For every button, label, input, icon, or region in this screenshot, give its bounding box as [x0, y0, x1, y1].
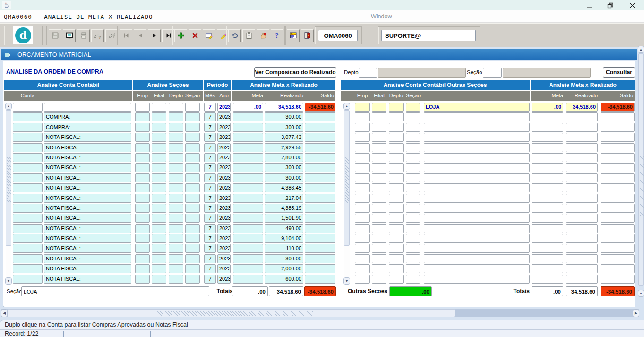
depto-field[interactable]: [359, 68, 377, 78]
cell-ano[interactable]: 2023: [217, 183, 231, 192]
cell-saldo[interactable]: [305, 123, 335, 132]
scroll-down-icon[interactable]: ▼: [638, 290, 644, 297]
cell-ano[interactable]: 2023: [217, 275, 231, 284]
cell-saldo[interactable]: [601, 204, 635, 213]
cell-filial[interactable]: [372, 103, 386, 112]
cell-realizado[interactable]: [566, 214, 598, 223]
cell-emp[interactable]: [135, 183, 150, 192]
cell-realizado[interactable]: [566, 133, 598, 142]
cell-saldo[interactable]: [305, 143, 335, 152]
cell-depto[interactable]: [389, 275, 404, 284]
cell-filial[interactable]: [152, 234, 166, 243]
cell-desc[interactable]: NOTA FISCAL:: [44, 254, 131, 263]
right-table-scrollbar[interactable]: ▲ ▼: [343, 103, 350, 285]
cell-emp[interactable]: [135, 224, 150, 233]
cell-desc[interactable]: NOTA FISCAL:: [44, 204, 131, 213]
cell-depto[interactable]: [169, 112, 183, 121]
cell-realizado[interactable]: [566, 163, 598, 172]
cell-secao[interactable]: [185, 183, 200, 192]
cell-ano[interactable]: 2023: [217, 173, 231, 182]
delete-record-button[interactable]: [189, 29, 201, 42]
user-field[interactable]: SUPORTE@: [381, 30, 476, 41]
scroll-left-icon[interactable]: ◀: [1, 309, 8, 317]
cell-secao[interactable]: [185, 224, 200, 233]
cell-conta[interactable]: [13, 123, 43, 132]
cell-filial[interactable]: [372, 254, 386, 263]
cell-realizado[interactable]: [566, 244, 598, 253]
cell-conta[interactable]: [13, 183, 43, 192]
cell-desc[interactable]: [424, 234, 530, 243]
cell-meta[interactable]: [233, 234, 263, 243]
cell-secao[interactable]: [185, 254, 200, 263]
cell-saldo[interactable]: [601, 214, 635, 223]
cell-realizado[interactable]: 217.04: [265, 194, 303, 203]
cell-emp[interactable]: [355, 103, 370, 112]
scrollbar-track[interactable]: [344, 246, 350, 277]
cell-saldo[interactable]: [601, 254, 635, 263]
cell-desc[interactable]: COMPRA:: [44, 112, 131, 121]
cell-saldo[interactable]: [305, 214, 335, 223]
cell-secao[interactable]: [406, 103, 420, 112]
cell-emp[interactable]: [135, 123, 150, 132]
cell-conta[interactable]: [13, 204, 43, 213]
cell-depto[interactable]: [169, 244, 183, 253]
cell-saldo[interactable]: [601, 153, 635, 162]
cell-depto[interactable]: [169, 173, 183, 182]
cell-depto[interactable]: [389, 264, 404, 273]
cell-secao[interactable]: [406, 244, 420, 253]
cell-depto[interactable]: [389, 183, 404, 192]
cell-depto[interactable]: [169, 143, 183, 152]
cell-emp[interactable]: [355, 254, 370, 263]
cell-conta[interactable]: [13, 194, 43, 203]
cell-emp[interactable]: [135, 264, 150, 273]
cell-saldo[interactable]: [305, 224, 335, 233]
cell-depto[interactable]: [169, 214, 183, 223]
cell-saldo[interactable]: [601, 244, 635, 253]
cell-filial[interactable]: [152, 173, 166, 182]
cell-saldo[interactable]: [305, 163, 335, 172]
cell-ano[interactable]: 2023: [217, 194, 231, 203]
vertical-scrollbar[interactable]: ▲ ▼: [638, 46, 644, 299]
cell-filial[interactable]: [152, 204, 166, 213]
cell-secao[interactable]: [406, 224, 420, 233]
cell-realizado[interactable]: 1,501.90: [265, 214, 303, 223]
cell-saldo[interactable]: [305, 133, 335, 142]
cell-filial[interactable]: [152, 214, 166, 223]
cell-depto[interactable]: [389, 194, 404, 203]
cell-secao[interactable]: [406, 153, 420, 162]
cell-saldo[interactable]: [601, 123, 635, 132]
help-button[interactable]: ?: [271, 29, 283, 42]
cell-filial[interactable]: [372, 143, 386, 152]
cell-filial[interactable]: [152, 264, 166, 273]
cell-depto[interactable]: [389, 214, 404, 223]
cell-depto[interactable]: [169, 275, 183, 284]
cell-filial[interactable]: [152, 133, 166, 142]
cell-emp[interactable]: [355, 194, 370, 203]
cell-emp[interactable]: [135, 143, 150, 152]
cell-emp[interactable]: [355, 153, 370, 162]
cell-meta[interactable]: [532, 183, 563, 192]
cell-realizado[interactable]: [566, 143, 598, 152]
cell-mes[interactable]: 7: [204, 194, 216, 203]
cell-conta[interactable]: [13, 244, 43, 253]
cell-desc[interactable]: [424, 264, 530, 273]
cell-mes[interactable]: 7: [204, 234, 216, 243]
cell-mes[interactable]: 7: [204, 123, 216, 132]
cell-saldo[interactable]: [601, 234, 635, 243]
cell-desc[interactable]: [424, 123, 530, 132]
menu-item-module[interactable]: QMA0060 - ANALISE DE META X REALIZADO: [4, 13, 153, 20]
cell-emp[interactable]: [355, 143, 370, 152]
cell-desc[interactable]: [424, 275, 530, 284]
cell-filial[interactable]: [372, 244, 386, 253]
cell-realizado[interactable]: 490.00: [265, 224, 303, 233]
cell-meta[interactable]: [532, 224, 563, 233]
cell-desc[interactable]: [424, 133, 530, 142]
scroll-up-icon[interactable]: ▲: [343, 103, 350, 110]
cell-mes[interactable]: 7: [204, 224, 216, 233]
cell-realizado[interactable]: 110.00: [265, 244, 303, 253]
cell-desc[interactable]: NOTA FISCAL:: [44, 244, 131, 253]
cell-secao[interactable]: [185, 143, 200, 152]
cell-realizado[interactable]: 4,386.45: [265, 183, 303, 192]
cell-depto[interactable]: [389, 204, 404, 213]
cell-filial[interactable]: [372, 133, 386, 142]
